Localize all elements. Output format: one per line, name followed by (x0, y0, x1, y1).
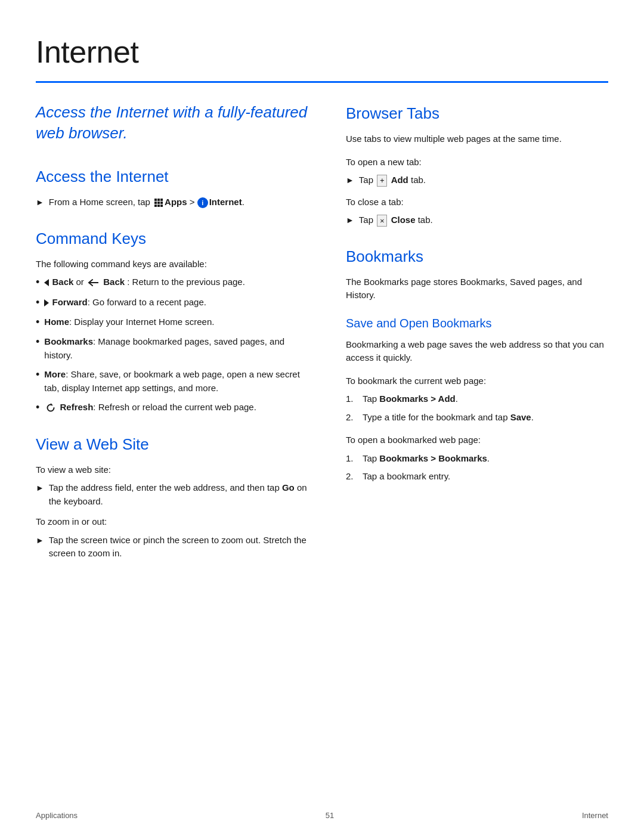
arrow-item-address: ► Tap the address field, enter the web a… (36, 481, 310, 508)
sub-section-save-open: Save and Open Bookmarks Bookmarking a we… (346, 314, 608, 484)
arrow-icon-address: ► (36, 482, 44, 494)
bookmark-step-1: 1. Tap Bookmarks > Add. (346, 392, 608, 406)
plus-icon: + (377, 175, 387, 187)
bullet-bookmarks: • (36, 335, 39, 349)
bullet-refresh: • (36, 401, 39, 414)
svg-rect-2 (160, 199, 163, 201)
open-step-1: 1. Tap Bookmarks > Bookmarks. (346, 452, 608, 466)
step-num-1: 1. (346, 392, 358, 406)
arrow-text-apps: From a Home screen, tap Apps > (49, 196, 244, 209)
open-bookmark-steps: 1. Tap Bookmarks > Bookmarks. 2. Tap a b… (346, 452, 608, 484)
forward-content: Forward: Go forward to a recent page. (44, 296, 310, 309)
arrow-item-close-tab: ► Tap ✕ Close tab. (346, 213, 608, 227)
left-column: Access the Internet with a fully-feature… (36, 102, 310, 797)
svg-rect-1 (157, 199, 160, 201)
bullet-home: • (36, 315, 39, 329)
open-step-num-1: 1. (346, 452, 358, 466)
arrow-item-open-tab: ► Tap + Add tab. (346, 174, 608, 187)
step-num-2: 2. (346, 411, 358, 425)
command-keys-list: • Back or Back : Return to the previous … (36, 275, 310, 415)
close-tab-text: Tap ✕ Close tab. (359, 213, 433, 227)
bookmarks-intro: The Bookmarks page stores Bookmarks, Sav… (346, 275, 608, 302)
footer-left: Applications (36, 810, 78, 822)
view-intro-1: To view a web site: (36, 463, 310, 477)
page-footer: Applications 51 Internet (36, 810, 608, 822)
section-command-keys: Command Keys The following command keys … (36, 227, 310, 415)
section-browser-tabs: Browser Tabs Use tabs to view multiple w… (346, 102, 608, 227)
open-step-2-text: Tap a bookmark entry. (363, 470, 450, 484)
bookmark-step-1-text: Tap Bookmarks > Add. (363, 392, 458, 406)
bookmarks-cmd-content: Bookmarks: Manage bookmarked pages, save… (44, 335, 310, 362)
section-bookmarks: Bookmarks The Bookmarks page stores Book… (346, 245, 608, 484)
close-tab-label: To close a tab: (346, 196, 608, 209)
section-title-access-internet: Access the Internet (36, 165, 310, 188)
sub-section-title-save-open: Save and Open Bookmarks (346, 314, 608, 332)
svg-rect-8 (160, 205, 163, 207)
list-item-forward: • Forward: Go forward to a recent page. (36, 296, 310, 309)
section-title-bookmarks: Bookmarks (346, 245, 608, 268)
browser-tabs-intro: Use tabs to view multiple web pages at t… (346, 132, 608, 146)
arrow-item-apps: ► From a Home screen, tap (36, 196, 310, 209)
x-icon: ✕ (377, 215, 387, 227)
address-text: Tap the address field, enter the web add… (49, 481, 310, 508)
two-col-layout: Access the Internet with a fully-feature… (36, 102, 608, 797)
bullet-back: • (36, 275, 39, 289)
refresh-content: Refresh: Refresh or reload the current w… (44, 401, 310, 414)
arrow-icon: ► (36, 196, 44, 209)
list-item-bookmarks: • Bookmarks: Manage bookmarked pages, sa… (36, 335, 310, 362)
bookmark-steps: 1. Tap Bookmarks > Add. 2. Type a title … (346, 392, 608, 424)
list-item-refresh: • Refresh: Refresh or reload the current… (36, 401, 310, 414)
svg-marker-10 (51, 403, 53, 405)
list-item-more: • More: Share, save, or bookmark a web p… (36, 368, 310, 395)
list-item-home: • Home: Display your Internet Home scree… (36, 315, 310, 329)
bullet-more: • (36, 368, 39, 382)
command-keys-intro: The following command keys are available… (36, 258, 310, 271)
arrow-icon-open-tab: ► (346, 174, 354, 187)
svg-rect-6 (154, 205, 157, 207)
open-step-num-2: 2. (346, 470, 358, 484)
chevron-left-icon (44, 279, 49, 286)
save-bookmarks-intro: Bookmarking a web page saves the web add… (346, 338, 608, 365)
section-title-browser-tabs: Browser Tabs (346, 102, 608, 125)
bullet-forward: • (36, 296, 39, 309)
section-view-web-site: View a Web Site To view a web site: ► Ta… (36, 433, 310, 561)
open-bookmark-label: To open a bookmarked web page: (346, 433, 608, 447)
open-step-1-text: Tap Bookmarks > Bookmarks. (363, 452, 490, 466)
section-title-view-web-site: View a Web Site (36, 433, 310, 456)
internet-icon: i (197, 197, 208, 208)
open-step-2: 2. Tap a bookmark entry. (346, 470, 608, 484)
right-column: Browser Tabs Use tabs to view multiple w… (346, 102, 608, 797)
home-content: Home: Display your Internet Home screen. (44, 315, 310, 329)
section-access-internet: Access the Internet ► From a Home screen… (36, 165, 310, 209)
back-content: Back or Back : Return to the previous pa… (44, 275, 310, 289)
open-tab-label: To open a new tab: (346, 156, 608, 169)
page-title: Internet (36, 29, 608, 75)
bookmark-step-2-text: Type a title for the bookmark and tap Sa… (363, 411, 534, 425)
tagline: Access the Internet with a fully-feature… (36, 102, 310, 144)
open-tab-text: Tap + Add tab. (359, 174, 426, 187)
arrow-icon-zoom: ► (36, 534, 44, 547)
back-arrow-icon (88, 278, 100, 287)
blue-rule (36, 81, 608, 83)
list-item-back: • Back or Back : Return to the previous … (36, 275, 310, 289)
svg-rect-3 (154, 202, 157, 204)
svg-rect-0 (154, 199, 157, 201)
apps-grid-icon (154, 198, 163, 208)
chevron-right-icon (44, 299, 49, 306)
svg-rect-4 (157, 202, 160, 204)
section-title-command-keys: Command Keys (36, 227, 310, 250)
zoom-text: Tap the screen twice or pinch the screen… (49, 534, 310, 561)
arrow-icon-close-tab: ► (346, 214, 354, 227)
footer-center: 51 (326, 810, 334, 822)
bookmark-step-2: 2. Type a title for the bookmark and tap… (346, 411, 608, 425)
svg-rect-5 (160, 202, 163, 204)
arrow-item-zoom: ► Tap the screen twice or pinch the scre… (36, 534, 310, 561)
page-container: Internet Access the Internet with a full… (0, 0, 644, 833)
refresh-icon (45, 402, 56, 413)
bookmark-current-label: To bookmark the current web page: (346, 374, 608, 388)
view-intro-2: To zoom in or out: (36, 515, 310, 529)
svg-rect-7 (157, 205, 160, 207)
more-content: More: Share, save, or bookmark a web pag… (44, 368, 310, 395)
footer-right: Internet (582, 810, 608, 822)
